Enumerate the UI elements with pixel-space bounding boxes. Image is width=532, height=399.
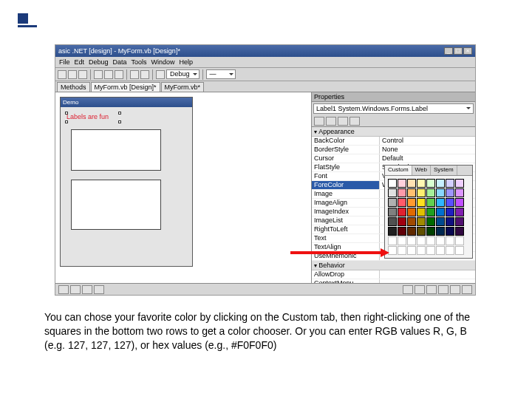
color-swatch[interactable] <box>417 217 426 226</box>
color-swatch[interactable] <box>417 227 426 236</box>
custom-color-slot[interactable] <box>436 246 445 255</box>
custom-color-slot[interactable] <box>417 246 426 255</box>
property-value[interactable]: Default <box>380 154 475 163</box>
color-swatch[interactable] <box>407 208 416 216</box>
custom-color-slot[interactable] <box>436 236 445 245</box>
color-swatch[interactable] <box>417 208 426 216</box>
menu-data[interactable]: Data <box>112 58 129 66</box>
color-swatch[interactable] <box>398 227 406 236</box>
color-swatch[interactable] <box>436 227 445 236</box>
tab-code[interactable]: MyForm.vb* <box>161 82 205 92</box>
custom-color-slot[interactable] <box>446 246 454 255</box>
property-row[interactable]: BackColorControl <box>312 137 475 146</box>
sb-btn-icon[interactable] <box>82 285 92 294</box>
color-swatch[interactable] <box>446 179 454 188</box>
color-swatch[interactable] <box>407 188 416 197</box>
menu-debug[interactable]: Debug <box>87 58 110 66</box>
sb-btn-icon[interactable] <box>70 285 81 294</box>
color-swatch[interactable] <box>446 227 454 236</box>
color-swatch[interactable] <box>398 208 406 216</box>
textbox-1[interactable] <box>71 129 161 171</box>
tb-undo-icon[interactable] <box>130 70 139 79</box>
color-swatch[interactable] <box>436 198 445 207</box>
color-swatch[interactable] <box>398 217 406 226</box>
color-swatch[interactable] <box>455 227 464 236</box>
menu-edit[interactable]: Edt <box>73 58 86 66</box>
custom-color-slot[interactable] <box>407 236 416 245</box>
resize-handle-icon[interactable] <box>65 112 68 115</box>
sb-btn-icon[interactable] <box>415 285 425 294</box>
tb-cut-icon[interactable] <box>94 70 103 79</box>
tb-new-icon[interactable] <box>58 70 66 79</box>
category-appearance[interactable]: Appearance <box>312 127 475 137</box>
tb-save-icon[interactable] <box>78 70 87 79</box>
color-swatch[interactable] <box>426 227 435 236</box>
config-dropdown[interactable]: Debug <box>166 69 200 79</box>
custom-color-slot[interactable] <box>455 246 464 255</box>
events-icon[interactable] <box>349 117 360 126</box>
color-swatch[interactable] <box>388 198 397 207</box>
design-surface[interactable]: Demo Labels are fun <box>55 92 311 295</box>
custom-color-slot[interactable] <box>426 236 435 245</box>
color-swatch[interactable] <box>426 198 435 207</box>
colorpicker-tab-system[interactable]: System <box>431 166 457 175</box>
color-swatch[interactable] <box>455 188 464 197</box>
tab-design[interactable]: MyForm.vb [Design]* <box>91 82 160 92</box>
color-swatch[interactable] <box>388 217 397 226</box>
tb-open-icon[interactable] <box>68 70 77 79</box>
menu-tools[interactable]: Tools <box>130 58 149 66</box>
colorpicker-tab-web[interactable]: Web <box>412 166 431 175</box>
color-swatch[interactable] <box>407 198 416 207</box>
window-titlebar[interactable]: asic .NET [design] - MyForm.vb [Design]*… <box>55 45 475 57</box>
color-swatch[interactable] <box>436 188 445 197</box>
property-row[interactable]: AllowDrop <box>312 270 475 279</box>
close-button[interactable]: × <box>463 47 472 55</box>
maximize-button[interactable]: □ <box>454 47 463 55</box>
menu-file[interactable]: File <box>58 58 72 66</box>
color-swatch[interactable] <box>436 208 445 216</box>
alphabetical-icon[interactable] <box>326 117 336 126</box>
color-swatch[interactable] <box>436 179 445 188</box>
color-swatch[interactable] <box>388 208 397 216</box>
sb-btn-icon[interactable] <box>450 285 460 294</box>
tab-methods[interactable]: Methods <box>57 82 90 92</box>
property-row[interactable]: CursorDefault <box>312 154 475 163</box>
property-row[interactable]: BorderStyleNone <box>312 146 475 154</box>
categorized-icon[interactable] <box>314 117 324 126</box>
color-swatch[interactable] <box>417 198 426 207</box>
sb-btn-icon[interactable] <box>426 285 437 294</box>
color-swatch[interactable] <box>398 188 406 197</box>
resize-handle-icon[interactable] <box>118 120 121 123</box>
color-swatch[interactable] <box>388 227 397 236</box>
colorpicker-tab-custom[interactable]: Custom <box>385 166 412 175</box>
color-swatch[interactable] <box>407 217 416 226</box>
sb-btn-icon[interactable] <box>438 285 449 294</box>
tb-copy-icon[interactable] <box>104 70 113 79</box>
resize-handle-icon[interactable] <box>118 112 121 115</box>
color-swatch[interactable] <box>398 179 406 188</box>
custom-color-slot[interactable] <box>455 236 464 245</box>
color-swatch[interactable] <box>426 208 435 216</box>
property-value[interactable]: None <box>380 146 475 154</box>
color-swatch[interactable] <box>388 188 397 197</box>
sb-btn-icon[interactable] <box>462 285 472 294</box>
custom-color-slot[interactable] <box>388 236 397 245</box>
tb-redo-icon[interactable] <box>140 70 149 79</box>
sb-btn-icon[interactable] <box>58 285 69 294</box>
category-behavior[interactable]: Behavior <box>312 261 475 270</box>
custom-color-slot[interactable] <box>398 236 406 245</box>
color-swatch[interactable] <box>417 188 426 197</box>
minimize-button[interactable]: _ <box>444 47 453 55</box>
color-swatch[interactable] <box>426 188 435 197</box>
sb-btn-icon[interactable] <box>94 285 104 294</box>
props-icon[interactable] <box>338 117 348 126</box>
color-swatch[interactable] <box>446 198 454 207</box>
color-swatch[interactable] <box>455 208 464 216</box>
color-swatch[interactable] <box>426 179 435 188</box>
color-swatch[interactable] <box>455 217 464 226</box>
sb-btn-icon[interactable] <box>403 285 413 294</box>
custom-color-slot[interactable] <box>407 246 416 255</box>
menu-window[interactable]: Window <box>150 58 177 66</box>
form-designer[interactable]: Demo Labels are fun <box>60 97 193 267</box>
resize-handle-icon[interactable] <box>65 120 68 123</box>
